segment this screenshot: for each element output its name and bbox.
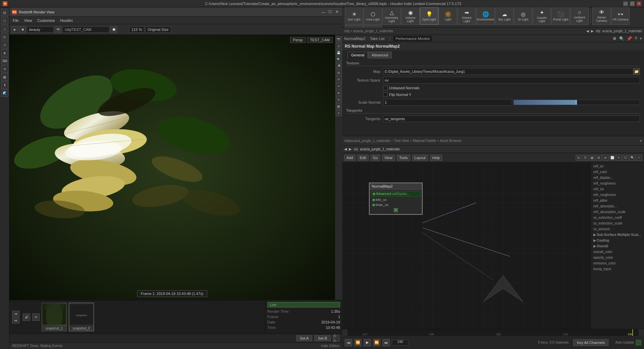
vp-render-icon[interactable]: ◎: [336, 43, 342, 49]
rp-ss-amount[interactable]: ss_amount: [592, 227, 643, 232]
tab-advanced[interactable]: Advanced: [368, 52, 392, 58]
sidebar-top[interactable]: ⬆: [1, 81, 8, 89]
node-icon8[interactable]: ☑: [623, 155, 629, 161]
tl-play-btn[interactable]: ▶: [364, 339, 371, 346]
sky-light-btn[interactable]: ☁ Sky Light: [495, 7, 514, 25]
node-icon5[interactable]: ⊗: [602, 155, 608, 161]
props-add-icon[interactable]: +: [640, 36, 642, 41]
scale-normal-slider[interactable]: [514, 100, 640, 105]
vp-zoom-in[interactable]: 🔍: [336, 56, 342, 62]
node-add-pane-btn[interactable]: +: [640, 139, 642, 143]
render-camera-select[interactable]: /obj/TEST_CAM: [62, 27, 109, 33]
take-list-tab[interactable]: Take List: [368, 36, 386, 41]
maximize-btn[interactable]: ☐: [630, 1, 635, 6]
geometry-light-btn[interactable]: △ Geometry Light: [382, 7, 401, 25]
render-stop-btn[interactable]: ⏹: [19, 26, 26, 33]
sidebar-obj[interactable]: ⬡: [1, 17, 8, 24]
rp-ss-extinction-scale[interactable]: ss_extinction_scale: [592, 221, 643, 226]
tab-general[interactable]: General: [347, 52, 368, 58]
node-tools-btn[interactable]: Tools: [397, 155, 410, 161]
props-gear-icon[interactable]: ⚙: [613, 36, 616, 41]
scale-normal-value[interactable]: 1: [383, 99, 512, 106]
node-fwd-btn[interactable]: ▶: [349, 147, 352, 151]
distant-light-btn[interactable]: ➡ Distant Light: [458, 7, 476, 25]
node-material-palette[interactable]: Material Palette: [413, 139, 436, 143]
vp-camera-icon[interactable]: 📷: [336, 36, 342, 42]
tl-start-btn[interactable]: ⏮: [345, 339, 352, 346]
sidebar-cop[interactable]: ▦: [1, 73, 8, 81]
node-icon3[interactable]: ▦: [589, 155, 595, 161]
sun-light-btn[interactable]: ☀ Sun Light: [345, 7, 363, 25]
menu-customize[interactable]: Customize: [36, 18, 56, 23]
rp-refl-displac[interactable]: refl_displac...: [592, 175, 643, 180]
vp-icon10[interactable]: ⊖: [336, 97, 342, 103]
rp-refl-color[interactable]: refl_color: [592, 169, 643, 174]
rp-sub-surface-section[interactable]: ▶ Sub-Surface Multiple Scat...: [592, 232, 643, 237]
caustic-btn[interactable]: ✦ Caustic Light: [533, 7, 551, 25]
node-materials-link[interactable]: acacia_jungle_1_materials: [360, 147, 399, 151]
render-fit-btn[interactable]: Original Size: [145, 27, 171, 33]
cam-btn[interactable]: TEST_CAM: [307, 37, 333, 43]
snap-icon1[interactable]: 🔊: [23, 313, 30, 321]
node-obj-link[interactable]: obj: [354, 147, 358, 151]
sidebar-anim[interactable]: ⊙: [1, 41, 8, 48]
texture-space-value[interactable]: uv: [383, 77, 640, 84]
menu-view[interactable]: View: [23, 18, 34, 23]
tl-end-btn[interactable]: ⏭: [382, 339, 390, 346]
key-all-channels-btn[interactable]: Key All Channels: [573, 339, 608, 346]
rp-refl-abbe[interactable]: refl_abbe: [592, 198, 643, 203]
rp-coating-section[interactable]: ▶ Coating: [592, 238, 643, 243]
props-pin-icon[interactable]: 📌: [627, 36, 632, 41]
rp-refr-absorption-scale[interactable]: refr_absorption_scale: [592, 209, 643, 214]
area-light-btn[interactable]: ⬡ Area Light: [364, 7, 382, 25]
flip-normal-checkbox[interactable]: [383, 92, 388, 97]
sidebar-render[interactable]: ◎: [1, 33, 8, 40]
light-btn[interactable]: 🔆 Light: [439, 7, 457, 25]
snapshot-0-thumb[interactable]: snapshot snapshot_0: [69, 303, 94, 331]
rs-close-btn[interactable]: ✕: [334, 9, 339, 15]
vp-icon7[interactable]: ⟳: [336, 77, 342, 83]
sidebar-scene-view[interactable]: ▤: [1, 9, 8, 16]
render-icon1[interactable]: 🔲: [110, 26, 117, 33]
node-icon4[interactable]: ⊞: [596, 155, 602, 161]
rp-opacity-color[interactable]: opacity_color: [592, 255, 643, 260]
obj-btn[interactable]: obj: [596, 29, 600, 33]
volume-light-btn[interactable]: ◉ Volume Light: [401, 7, 420, 25]
vp-save-icon[interactable]: 💾: [336, 50, 342, 56]
auto-update-toggle[interactable]: ✓: [636, 340, 641, 345]
portal-btn[interactable]: ⬛ Portal Light: [551, 7, 570, 25]
perf-normalmap-tab[interactable]: NormalMap2: [344, 37, 365, 41]
render-beauty-select[interactable]: beauty: [27, 27, 54, 33]
props-help-icon[interactable]: ?: [635, 36, 637, 41]
rp-overall-color[interactable]: overall_color: [592, 249, 643, 254]
node-go-btn[interactable]: Go: [371, 155, 380, 161]
rp-ss-extinction[interactable]: ss_extinction_coeff: [592, 215, 643, 220]
sidebar-dop[interactable]: 🌊: [1, 89, 8, 97]
node-edit-btn[interactable]: Edit: [358, 155, 369, 161]
menu-file[interactable]: File: [11, 18, 20, 23]
node-icon6[interactable]: ⬜: [609, 155, 615, 161]
sidebar-chop[interactable]: ≋: [1, 65, 8, 72]
node-layout-btn[interactable]: Layout: [412, 155, 428, 161]
node-asset-browser[interactable]: Asset Browser: [440, 139, 462, 143]
vp-icon12[interactable]: ℹ: [336, 110, 342, 116]
ambient-btn[interactable]: ○ Ambient Light: [570, 7, 589, 25]
unbiased-checkbox[interactable]: [383, 86, 388, 90]
stereo-cam-btn[interactable]: 👁 Stereo Camera: [592, 7, 611, 25]
tl-next-btn[interactable]: ⏩: [373, 339, 380, 346]
node-output-port[interactable]: ▼: [394, 208, 398, 212]
tl-frame-field[interactable]: 240: [392, 340, 409, 346]
normalmap2-node[interactable]: NormalMap2 Advanced outDisplac... tritn_…: [369, 183, 423, 215]
node-icon2[interactable]: ☰: [582, 155, 588, 161]
node-icon7[interactable]: ✎: [616, 155, 622, 161]
vp-icon11[interactable]: ▦: [336, 103, 342, 109]
sidebar-mat[interactable]: ◈: [1, 49, 8, 56]
tl-prev-btn[interactable]: ⏪: [354, 339, 362, 346]
rp-overall-section[interactable]: ▶ Overall: [592, 244, 643, 249]
snapshot-1-thumb[interactable]: snapshot_1: [42, 303, 67, 331]
persp-btn[interactable]: Persp: [290, 37, 306, 43]
render-play-btn[interactable]: ▶: [11, 26, 18, 33]
gi-light-btn[interactable]: ◎ GI Light: [514, 7, 532, 25]
rp-bump-input[interactable]: bump_input: [592, 266, 643, 271]
rp-refr-ior[interactable]: refr_ior: [592, 187, 643, 192]
